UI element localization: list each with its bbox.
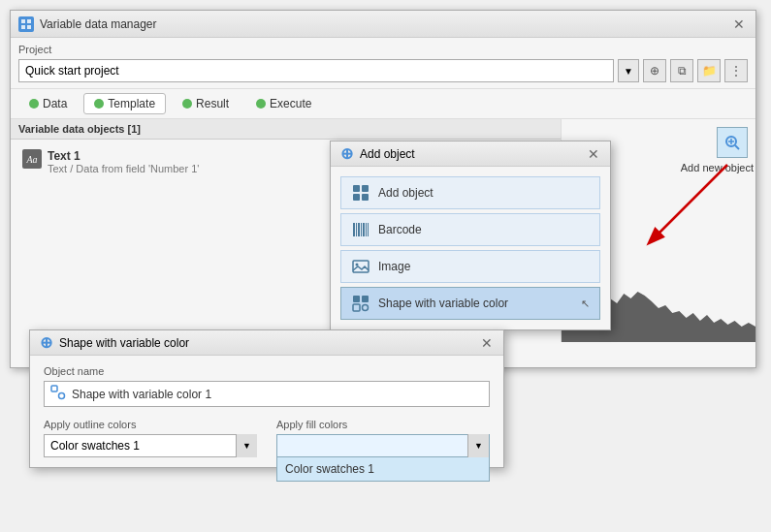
barcode-button[interactable]: Barcode bbox=[340, 213, 600, 246]
svg-rect-14 bbox=[358, 223, 360, 236]
fill-input-row: ▼ bbox=[276, 434, 490, 457]
text-var-icon: Aa bbox=[22, 149, 42, 169]
outline-colors-col: Apply outline colors Color swatches 1 ▼ bbox=[44, 419, 257, 457]
svg-rect-25 bbox=[51, 386, 57, 391]
tab-label-data: Data bbox=[43, 97, 67, 110]
fill-dropdown-toggle[interactable]: ▼ bbox=[467, 434, 489, 457]
barcode-icon bbox=[351, 220, 370, 239]
tab-execute[interactable]: Execute bbox=[245, 93, 322, 114]
tab-label-execute: Execute bbox=[270, 97, 311, 110]
svg-rect-17 bbox=[366, 223, 367, 236]
tab-label-template: Template bbox=[108, 97, 155, 110]
tab-result[interactable]: Result bbox=[172, 93, 240, 114]
outline-dropdown[interactable]: Color swatches 1 bbox=[44, 434, 257, 457]
image-icon bbox=[351, 257, 370, 276]
tab-label-result: Result bbox=[196, 97, 229, 110]
shape-dialog-title: Shape with variable color bbox=[59, 336, 189, 350]
shape-dialog-close[interactable]: ✕ bbox=[478, 334, 496, 352]
svg-rect-1 bbox=[27, 19, 31, 23]
copy-project-button[interactable]: ⧉ bbox=[670, 59, 693, 82]
object-name-value: Shape with variable color 1 bbox=[72, 388, 211, 401]
tabs-bar: Data Template Result Execute bbox=[11, 89, 755, 119]
tab-dot-data bbox=[29, 99, 39, 109]
plus-circle-icon-2: ⊕ bbox=[38, 335, 53, 351]
outline-label: Apply outline colors bbox=[44, 419, 257, 430]
fill-dropdown-item[interactable]: Color swatches 1 bbox=[277, 457, 489, 481]
svg-rect-9 bbox=[362, 185, 369, 192]
add-new-label: Add new object bbox=[681, 162, 754, 173]
add-new-object-button[interactable] bbox=[717, 127, 748, 158]
svg-rect-16 bbox=[363, 223, 365, 236]
shape-variable-btn-label: Shape with variable color bbox=[378, 297, 508, 310]
app-icon bbox=[18, 16, 34, 32]
fill-label: Apply fill colors bbox=[276, 419, 490, 430]
svg-rect-8 bbox=[353, 185, 360, 192]
svg-rect-3 bbox=[27, 25, 31, 29]
project-label: Project bbox=[18, 44, 748, 55]
svg-rect-12 bbox=[353, 223, 355, 236]
svg-rect-11 bbox=[362, 194, 369, 201]
object-name-field: Shape with variable color 1 bbox=[44, 381, 490, 407]
fill-dropdown-list: Color swatches 1 bbox=[276, 457, 490, 482]
folder-button[interactable]: 📁 bbox=[697, 59, 721, 82]
more-button[interactable]: ⋮ bbox=[724, 59, 748, 82]
svg-rect-23 bbox=[353, 304, 360, 311]
svg-point-26 bbox=[59, 393, 65, 399]
svg-rect-15 bbox=[361, 223, 362, 236]
object-name-label: Object name bbox=[44, 365, 490, 377]
svg-rect-10 bbox=[353, 194, 360, 201]
shape-variable-color-button[interactable]: Shape with variable color ↖ bbox=[340, 287, 600, 320]
svg-rect-21 bbox=[353, 296, 360, 302]
dialog-buttons: Add object Barcode bbox=[331, 167, 610, 329]
image-btn-label: Image bbox=[378, 260, 410, 273]
barcode-btn-label: Barcode bbox=[378, 223, 422, 236]
add-object-button[interactable]: Add object bbox=[340, 176, 600, 209]
plus-circle-icon: ⊕ bbox=[338, 146, 354, 162]
window-close-button[interactable]: ✕ bbox=[730, 16, 748, 33]
svg-rect-18 bbox=[368, 223, 369, 236]
svg-line-5 bbox=[735, 145, 739, 149]
svg-rect-13 bbox=[356, 223, 357, 236]
tab-dot-result bbox=[182, 99, 192, 109]
svg-point-20 bbox=[356, 264, 359, 266]
window-title: Variable data manager bbox=[40, 17, 157, 31]
var-desc: Text / Data from field 'Number 1' bbox=[48, 163, 199, 174]
add-object-dialog-title: Add object bbox=[360, 147, 415, 161]
shape-dialog: ⊕ Shape with variable color ✕ Object nam… bbox=[29, 329, 504, 468]
search-zoom-icon bbox=[723, 134, 741, 151]
tab-dot-template bbox=[94, 99, 104, 109]
project-section: Project Quick start project ▼ ⊕ ⧉ 📁 ⋮ bbox=[11, 38, 755, 89]
svg-point-24 bbox=[363, 305, 369, 311]
svg-rect-19 bbox=[353, 261, 369, 272]
var-name: Text 1 bbox=[48, 149, 199, 163]
fill-input[interactable] bbox=[277, 439, 467, 453]
shape-name-icon bbox=[50, 385, 66, 403]
outline-dropdown-wrapper: Color swatches 1 ▼ bbox=[44, 434, 257, 457]
svg-rect-0 bbox=[21, 19, 25, 23]
project-dropdown[interactable]: Quick start project bbox=[18, 59, 614, 82]
fill-colors-col: Apply fill colors ▼ Color swatches 1 bbox=[276, 419, 490, 457]
svg-rect-2 bbox=[21, 25, 25, 29]
title-bar: Variable data manager ✕ bbox=[11, 11, 755, 38]
cursor-indicator: ↖ bbox=[581, 297, 590, 310]
add-object-dialog: ⊕ Add object ✕ Add object bbox=[330, 141, 611, 330]
panel-header-text: Variable data objects [1] bbox=[18, 123, 141, 135]
panel-header: Variable data objects [1] bbox=[11, 119, 561, 140]
svg-rect-22 bbox=[362, 296, 369, 302]
add-project-button[interactable]: ⊕ bbox=[643, 59, 666, 82]
shape-variable-icon bbox=[351, 294, 370, 313]
image-button[interactable]: Image bbox=[340, 250, 600, 283]
add-object-btn-label: Add object bbox=[378, 186, 434, 200]
tab-template[interactable]: Template bbox=[83, 93, 166, 114]
tab-data[interactable]: Data bbox=[18, 93, 78, 114]
shape-dialog-titlebar: ⊕ Shape with variable color ✕ bbox=[30, 330, 503, 356]
add-object-icon bbox=[351, 183, 370, 203]
tab-dot-execute bbox=[256, 99, 266, 109]
fill-dropdown-container: ▼ Color swatches 1 bbox=[276, 434, 490, 457]
add-object-dialog-close[interactable]: ✕ bbox=[585, 145, 602, 163]
project-dropdown-arrow[interactable]: ▼ bbox=[618, 59, 639, 82]
add-object-dialog-titlebar: ⊕ Add object ✕ bbox=[331, 141, 610, 167]
